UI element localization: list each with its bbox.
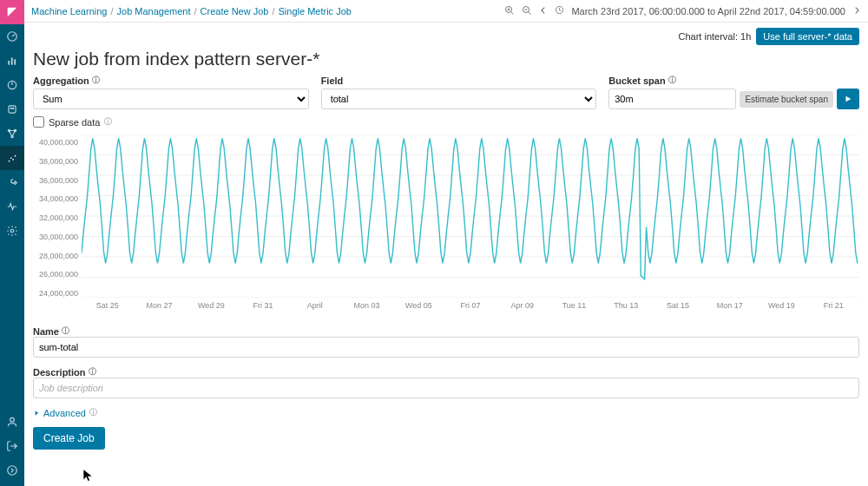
nav-graph-icon[interactable] — [0, 122, 24, 146]
svg-rect-3 — [11, 58, 13, 65]
svg-point-14 — [12, 159, 14, 161]
time-range[interactable]: March 23rd 2017, 06:00:00.000 to April 2… — [571, 6, 845, 16]
nav-collapse-icon[interactable] — [0, 458, 24, 483]
svg-rect-2 — [8, 61, 10, 65]
clock-icon — [555, 5, 564, 16]
breadcrumb-ml[interactable]: Machine Learning — [31, 6, 107, 16]
breadcrumb: Machine Learning/ Job Management/ Create… — [31, 6, 352, 16]
nav-canvas-icon[interactable] — [0, 97, 24, 122]
svg-rect-6 — [9, 106, 16, 113]
create-job-button[interactable]: Create Job — [33, 427, 105, 450]
mouse-cursor-icon — [82, 467, 94, 483]
kibana-logo[interactable] — [0, 0, 24, 24]
chevron-right-icon — [33, 410, 40, 417]
svg-point-19 — [8, 466, 17, 476]
svg-line-21 — [511, 11, 514, 14]
time-prev-icon[interactable] — [539, 6, 548, 16]
svg-point-16 — [10, 229, 14, 233]
breadcrumb-createjob[interactable]: Create New Job — [201, 6, 269, 16]
description-label: Description — [33, 367, 86, 378]
svg-rect-4 — [14, 59, 16, 64]
sparse-data-label: Sparse data — [49, 117, 100, 128]
nav-devtools-icon[interactable] — [0, 170, 24, 194]
topbar: Machine Learning/ Job Management/ Create… — [24, 0, 868, 23]
field-select[interactable]: total — [321, 89, 597, 109]
svg-line-1 — [12, 35, 15, 36]
name-label: Name — [33, 326, 59, 337]
zoom-out-icon[interactable] — [522, 5, 532, 17]
nav-visualize-icon[interactable] — [0, 49, 24, 73]
job-name-input[interactable] — [33, 337, 859, 358]
nav-user-icon[interactable] — [0, 410, 24, 434]
play-button[interactable] — [837, 89, 859, 109]
nav-dashboard-icon[interactable] — [0, 73, 24, 97]
aggregation-label: Aggregation — [33, 76, 89, 86]
estimate-bucket-span-button[interactable]: Estimate bucket span — [740, 91, 833, 108]
svg-point-13 — [10, 157, 12, 159]
svg-point-15 — [15, 155, 16, 157]
aggregation-select[interactable]: Sum — [33, 89, 309, 109]
advanced-toggle[interactable]: Advanced ⓘ — [33, 407, 859, 418]
svg-point-17 — [10, 417, 15, 422]
info-icon[interactable]: ⓘ — [89, 407, 97, 418]
breadcrumb-jobmgmt[interactable]: Job Management — [117, 6, 191, 16]
field-label: Field — [321, 76, 344, 86]
nav-management-icon[interactable] — [0, 219, 24, 243]
app-sidebar — [0, 0, 24, 486]
chart-interval-label: Chart interval: 1h — [679, 31, 752, 42]
info-icon[interactable]: ⓘ — [92, 75, 100, 86]
nav-monitor-icon[interactable] — [0, 194, 24, 219]
info-icon[interactable]: ⓘ — [89, 366, 96, 378]
nav-logout-icon[interactable] — [0, 434, 24, 458]
time-next-icon[interactable] — [852, 6, 861, 16]
page-title: New job from index pattern server-* — [33, 49, 859, 69]
svg-point-8 — [13, 108, 14, 108]
svg-line-25 — [529, 11, 531, 14]
svg-point-12 — [9, 161, 10, 162]
info-icon[interactable]: ⓘ — [104, 116, 112, 128]
nav-ml-icon[interactable] — [0, 146, 24, 170]
nav-discover-icon[interactable] — [0, 24, 24, 49]
breadcrumb-singlemetric[interactable]: Single Metric Job — [279, 6, 352, 16]
zoom-in-icon[interactable] — [504, 5, 515, 17]
svg-point-7 — [10, 108, 11, 108]
info-icon[interactable]: ⓘ — [62, 325, 69, 337]
bucket-span-input[interactable] — [608, 89, 736, 109]
bucket-span-label: Bucket span — [608, 76, 665, 86]
sparse-data-checkbox[interactable] — [33, 116, 44, 128]
job-description-input[interactable] — [33, 378, 859, 398]
info-icon[interactable]: ⓘ — [668, 75, 676, 86]
use-full-data-button[interactable]: Use full server-* data — [756, 28, 859, 45]
advanced-label: Advanced — [43, 408, 86, 418]
metric-chart: 40,000,00038,000,00036,000,00034,000,000… — [33, 135, 859, 317]
